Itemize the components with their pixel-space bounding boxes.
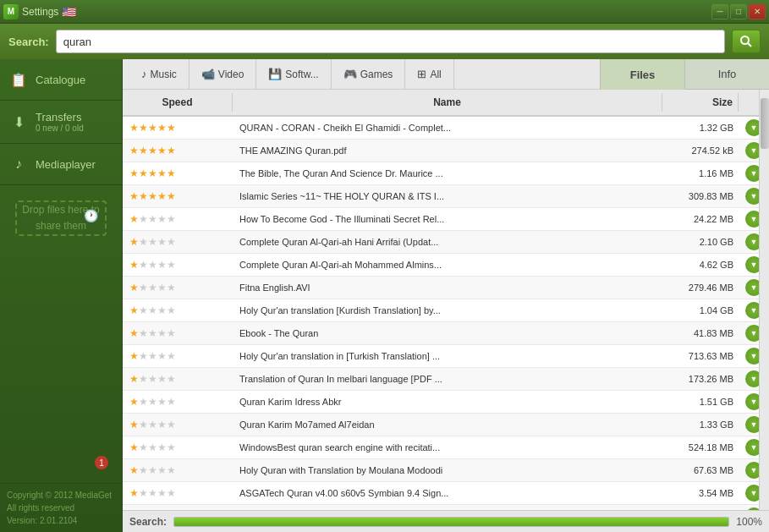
name-cell: ASGATech Quran v4.00 s60v5 Symbian 9.4 S… <box>233 485 662 501</box>
stars-cell: ★★★★★ <box>123 119 233 136</box>
tab-music[interactable]: ♪ Music <box>129 59 190 89</box>
name-cell: THE AMAZING Quran.pdf <box>233 143 662 158</box>
table-row[interactable]: ★★★★★ASGATech Quran v4.00 s60v5 Symbian … <box>123 482 759 505</box>
copyright-line2: All rights reserved <box>7 502 115 514</box>
name-cell: How To Become God - The Illuminati Secre… <box>233 211 662 227</box>
table-row[interactable]: ★★★★★Holy Qur'an translation [Kurdish Tr… <box>123 299 759 322</box>
size-cell: 67.63 MB <box>662 463 739 478</box>
table-row[interactable]: ★★★★★The Bible, The Quran And Science Dr… <box>123 162 759 185</box>
table-row[interactable]: ★★★★★How To Become God - The Illuminati … <box>123 208 759 231</box>
download-button[interactable] <box>745 119 759 136</box>
software-tab-icon: 💾 <box>268 68 282 80</box>
stars-cell: ★★★★★ <box>123 302 233 319</box>
transfers-icon: ⬇ <box>8 112 29 132</box>
table-row[interactable]: ★★★★★Islamic Series ~11~ THE HOLY QURAN … <box>123 185 759 208</box>
table-header: Speed Name Size <box>123 90 759 117</box>
download-button[interactable] <box>745 325 759 342</box>
table-row[interactable]: ★★★★★Translation of Quran In melbari lan… <box>123 368 759 391</box>
mediaplayer-label: Mediaplayer <box>36 158 96 171</box>
table-row[interactable]: ★★★★★Complete Quran Al-Qari-ah Hani Arri… <box>123 231 759 254</box>
results-table[interactable]: Speed Name Size ★★★★★QURAN - CORAN - Che… <box>123 90 759 510</box>
size-cell: 24.22 MB <box>662 211 739 227</box>
tab-games[interactable]: 🎮 Games <box>332 59 406 89</box>
size-cell: 41.83 MB <box>662 326 739 341</box>
download-button[interactable] <box>745 256 759 273</box>
notification-badge: 1 <box>95 456 108 469</box>
download-button[interactable] <box>745 142 759 159</box>
size-cell: 1.51 GB <box>662 394 739 409</box>
tab-music-label: Music <box>151 69 177 80</box>
tab-software[interactable]: 💾 Softw... <box>256 59 331 89</box>
download-button[interactable] <box>745 302 759 319</box>
tab-video[interactable]: 📹 Video <box>190 59 256 89</box>
table-row[interactable]: ★★★★★Holy Qur'an translation in [Turkish… <box>123 345 759 368</box>
scrollbar-track[interactable] <box>759 90 769 510</box>
sidebar-item-mediaplayer[interactable]: ♪ Mediaplayer <box>0 144 122 185</box>
stars-cell: ★★★★★ <box>123 416 233 433</box>
table-container: Speed Name Size ★★★★★QURAN - CORAN - Che… <box>123 90 769 510</box>
all-tab-icon: ⊞ <box>417 68 426 80</box>
size-cell: 4.62 GB <box>662 257 739 272</box>
sidebar: 📋 Catalogue ⬇ Transfers 0 new / 0 old ♪ … <box>0 59 123 532</box>
sidebar-item-catalogue[interactable]: 📋 Catalogue <box>0 59 122 101</box>
catalogue-icon: 📋 <box>8 69 29 90</box>
stars-cell: ★★★★★ <box>123 279 233 296</box>
scrollbar-thumb[interactable] <box>761 98 769 149</box>
name-cell: Holy Qur'an translation in [Turkish Tran… <box>233 348 662 364</box>
name-cell: QURAN - CORAN - Cheikh El Ghamidi - Comp… <box>233 120 662 135</box>
download-button[interactable] <box>745 188 759 205</box>
download-button[interactable] <box>745 165 759 182</box>
size-cell: 3.54 MB <box>662 485 739 501</box>
tab-info[interactable]: Info <box>684 59 769 90</box>
transfers-label: Transfers <box>36 111 84 123</box>
drop-zone[interactable]: 🕐 Drop files here to share them <box>15 200 107 236</box>
music-tab-icon: ♪ <box>141 68 147 80</box>
table-row[interactable]: ★★★★★QURAN - CORAN - Cheikh El Ghamidi -… <box>123 117 759 140</box>
download-button[interactable] <box>745 233 759 250</box>
tab-all[interactable]: ⊞ All <box>405 59 453 89</box>
stars-cell: ★★★★★ <box>123 325 233 342</box>
stars-cell: ★★★★★ <box>123 165 233 182</box>
download-button[interactable] <box>745 348 759 365</box>
download-button[interactable] <box>745 211 759 228</box>
header-size: Size <box>662 93 739 112</box>
stars-cell: ★★★★★ <box>123 370 233 387</box>
download-button[interactable] <box>745 439 759 456</box>
table-row[interactable]: ★★★★★Complete Quran Al-Qari-ah Mohammed … <box>123 254 759 277</box>
search-input[interactable] <box>56 30 725 53</box>
download-button[interactable] <box>745 393 759 410</box>
table-row[interactable]: ★★★★★THE AMAZING Quran.pdf274.52 kB <box>123 140 759 162</box>
main-layout: 📋 Catalogue ⬇ Transfers 0 new / 0 old ♪ … <box>0 59 769 532</box>
tab-files[interactable]: Files <box>600 59 684 90</box>
search-icon <box>739 35 753 48</box>
table-row[interactable]: ★★★★★Fitna English.AVI279.46 MB <box>123 277 759 299</box>
download-button[interactable] <box>745 416 759 433</box>
table-row[interactable]: ★★★★★Holy Quran with Translation by Moul… <box>123 459 759 482</box>
download-button[interactable] <box>745 485 759 502</box>
title-bar-left: M Settings 🇺🇸 <box>3 4 76 19</box>
download-button[interactable] <box>745 279 759 296</box>
download-button[interactable] <box>745 462 759 479</box>
minimize-button[interactable]: ─ <box>711 4 728 19</box>
copyright-line3: Version: 2.01.2104 <box>7 514 115 527</box>
svg-point-0 <box>741 36 749 44</box>
table-row[interactable]: ★★★★★Quran Karim Mo7amed Al7eidan1.33 GB <box>123 414 759 436</box>
stars-cell: ★★★★★ <box>123 348 233 365</box>
name-cell: Islamic Series ~11~ THE HOLY QURAN & ITS… <box>233 189 662 204</box>
size-cell: 524.18 MB <box>662 440 739 455</box>
size-cell: 279.46 MB <box>662 280 739 295</box>
tab-all-label: All <box>430 69 441 80</box>
table-row[interactable]: ★★★★★Ebook - The Quran41.83 MB <box>123 322 759 345</box>
close-button[interactable]: ✕ <box>749 4 766 19</box>
title-bar: M Settings 🇺🇸 ─ □ ✕ <box>0 0 769 24</box>
search-button[interactable] <box>732 30 761 53</box>
bottom-bar: Search: 100% <box>123 510 769 532</box>
table-row[interactable]: ★★★★★Quran Karim Idress Abkr1.51 GB <box>123 391 759 414</box>
table-row[interactable]: ★★★★★WindowsBest quran search engine wit… <box>123 436 759 459</box>
name-cell: Quran Karim Mo7amed Al7eidan <box>233 417 662 432</box>
size-cell: 2.10 GB <box>662 234 739 250</box>
size-cell: 713.63 MB <box>662 348 739 364</box>
download-button[interactable] <box>745 370 759 387</box>
sidebar-item-transfers[interactable]: ⬇ Transfers 0 new / 0 old <box>0 101 122 144</box>
maximize-button[interactable]: □ <box>730 4 747 19</box>
